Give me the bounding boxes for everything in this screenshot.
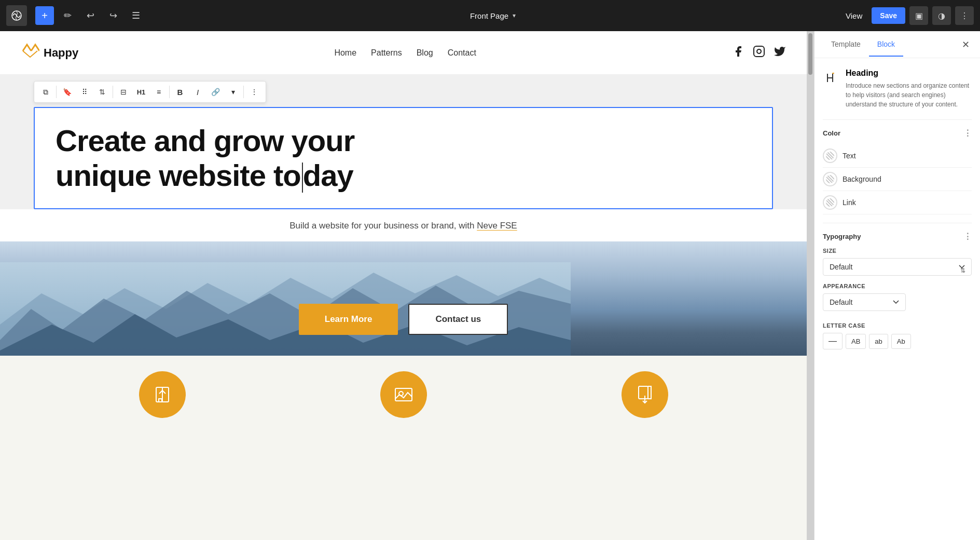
block-toolbar: ⧉ 🔖 ⠿ ⇅ ⊟ H1 ≡ B I 🔗 ▾ ⋮ [34,81,266,103]
sidebar-header: Template Block ✕ [815,31,980,58]
learn-more-button[interactable]: Learn More [299,304,398,335]
block-type-title: Heading [846,69,972,78]
nav-home[interactable]: Home [334,48,356,58]
appearance-select-wrapper: Default [823,293,906,318]
block-more-rich-text-button[interactable]: ▾ [225,84,241,100]
redo-button[interactable]: ↪ [104,6,122,25]
appearance-toggle-button[interactable]: ◑ [932,6,951,25]
social-icons [732,45,786,60]
neve-link[interactable]: Neve FSE [477,221,517,231]
hero-heading-line2-end: day [303,158,353,192]
typography-options-icon[interactable]: ⋮ [963,232,972,241]
letter-case-uppercase-button[interactable]: AB [846,334,866,349]
appearance-label: APPEARANCE [823,283,972,289]
hero-heading-block[interactable]: Create and grow your unique website toda… [34,107,773,209]
block-align-text-button[interactable]: ≡ [150,84,167,100]
overflow-menu-button[interactable]: ⋮ [955,6,974,25]
sidebar-close-button[interactable]: ✕ [960,37,972,52]
block-move-up-down-button[interactable]: ⇅ [94,84,111,100]
typography-section-title: Typography ⋮ [823,232,972,241]
hero-image-section [0,241,807,356]
font-size-select[interactable]: Default [823,258,972,276]
nav-blog[interactable]: Blog [417,48,433,58]
right-sidebar: Template Block ✕ Heading Introduce new s… [814,31,980,540]
top-toolbar: + ✏ ↩ ↪ ☰ Front Page ▾ View Save ▣ ◑ ⋮ [0,0,980,31]
heading-block-icon [823,70,839,86]
facebook-icon[interactable] [732,45,744,60]
instagram-icon[interactable] [753,45,765,60]
letter-case-capitalize-button[interactable]: Ab [891,334,911,349]
add-block-button[interactable]: + [35,6,54,25]
undo-button[interactable]: ↩ [81,6,100,25]
hero-subtext-area: Build a website for your business or bra… [0,209,807,241]
letter-case-lowercase-button[interactable]: ab [869,334,888,349]
save-button[interactable]: Save [872,7,905,24]
block-align-button[interactable]: ⊟ [115,84,132,100]
letter-case-minus-button[interactable]: — [823,333,843,349]
editor-canvas: Happy Home Patterns Blog Contact [0,31,807,540]
svg-rect-12 [639,386,648,399]
canvas-scroll-thumb[interactable] [808,33,812,75]
edit-mode-button[interactable]: ✏ [58,6,77,25]
page-title-chevron-icon[interactable]: ▾ [513,12,516,19]
hero-heading-line2-text: unique website to [56,158,301,192]
background-color-label: Background [843,175,881,183]
hero-subtext: Build a website for your business or bra… [0,209,807,241]
block-info: Heading Introduce new sections and organ… [823,69,972,109]
link-color-swatch[interactable] [823,195,837,210]
block-link-button[interactable]: 🔗 [207,84,224,100]
background-color-swatch[interactable] [823,172,837,186]
menu-button[interactable]: ☰ [127,6,145,25]
toolbar-separator-2 [113,86,113,98]
site-logo-area: Happy [21,42,78,64]
letter-case-section: LETTER CASE — AB ab Ab [823,322,972,349]
color-section-title: Color ⋮ [823,128,972,138]
hero-heading-line1: Create and grow your [56,124,354,157]
color-swatch-pattern [826,152,834,160]
features-section [0,356,807,540]
template-tab[interactable]: Template [823,33,869,57]
letter-case-options: — AB ab Ab [823,333,972,349]
color-option-background: Background [823,168,972,191]
block-bookmark-button[interactable]: 🔖 [59,84,75,100]
nav-contact[interactable]: Contact [448,48,476,58]
sidebar-content: Heading Introduce new sections and organ… [815,58,980,540]
feature-icon-2 [380,371,427,418]
canvas-scrollbar[interactable] [807,31,814,540]
twitter-icon[interactable] [774,45,786,60]
block-grid-button[interactable]: ⠿ [76,84,93,100]
block-type-description: Introduce new sections and organize cont… [846,81,972,109]
hero-image-wrapper: Learn More Contact us [0,241,807,356]
background-color-swatch-pattern [826,175,834,183]
toolbar-separator-1 [56,86,57,98]
block-info-text: Heading Introduce new sections and organ… [846,69,972,109]
feature-icon-1 [139,371,186,418]
size-select-wrapper: Default ⇅ [823,258,972,283]
color-section-options-icon[interactable]: ⋮ [963,128,972,138]
letter-case-label: LETTER CASE [823,322,972,329]
typography-section: Typography ⋮ SIZE Default ⇅ APPEARANCE D… [823,232,972,349]
sidebar-tabs: Template Block [823,33,903,57]
size-label: SIZE [823,248,972,254]
block-italic-button[interactable]: I [189,84,206,100]
toolbar-separator-3 [169,86,170,98]
view-button[interactable]: View [840,8,867,23]
block-copy-button[interactable]: ⧉ [37,84,54,100]
main-area: Happy Home Patterns Blog Contact [0,31,980,540]
top-right-actions: View Save ▣ ◑ ⋮ [840,6,974,25]
page-title-area: Front Page ▾ [149,11,836,20]
layout-toggle-button[interactable]: ▣ [909,6,928,25]
block-heading-level-button[interactable]: H1 [133,84,149,100]
text-color-swatch[interactable] [823,148,837,163]
block-options-button[interactable]: ⋮ [246,84,263,100]
contact-us-button[interactable]: Contact us [408,304,508,335]
page-title[interactable]: Front Page [470,11,508,20]
site-name: Happy [44,46,78,60]
svg-rect-14 [832,73,834,74]
block-tab[interactable]: Block [869,33,903,57]
block-bold-button[interactable]: B [172,84,188,100]
divider-1 [823,119,972,120]
nav-patterns[interactable]: Patterns [371,48,402,58]
font-appearance-select[interactable]: Default [823,293,906,311]
wp-logo-icon[interactable] [6,5,27,26]
